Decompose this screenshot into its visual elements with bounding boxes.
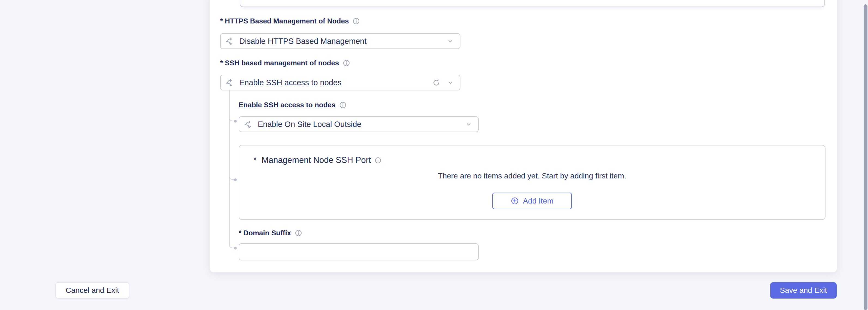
info-icon[interactable]	[294, 229, 302, 237]
tree-dot	[234, 247, 237, 250]
tree-elbow	[229, 115, 235, 121]
domain-suffix-input[interactable]	[239, 243, 479, 260]
save-and-exit-button[interactable]: Save and Exit	[770, 282, 837, 299]
management-ssh-port-title: * Management Node SSH Port	[253, 155, 382, 165]
cancel-and-exit-button[interactable]: Cancel and Exit	[55, 282, 129, 299]
info-icon[interactable]	[339, 101, 347, 109]
vertical-scrollbar-thumb[interactable]	[864, 4, 867, 310]
ssh-access-label: Enable SSH access to nodes	[239, 101, 347, 109]
tree-elbow	[229, 173, 235, 180]
chevron-down-icon	[447, 38, 454, 45]
ssh-access-value: Enable On Site Local Outside	[258, 120, 361, 129]
app-root: * HTTPS Based Management of Nodes Disabl…	[0, 0, 868, 310]
form-content-panel: * HTTPS Based Management of Nodes Disabl…	[210, 0, 837, 272]
https-management-label: * HTTPS Based Management of Nodes	[220, 17, 360, 25]
ssh-access-dropdown[interactable]: Enable On Site Local Outside	[239, 116, 479, 132]
required-marker: *	[253, 155, 257, 165]
branch-split-icon	[225, 36, 234, 46]
tree-connector-line	[229, 90, 230, 245]
https-management-value: Disable HTTPS Based Management	[239, 37, 366, 46]
ssh-management-value: Enable SSH access to nodes	[239, 78, 342, 87]
https-management-dropdown[interactable]: Disable HTTPS Based Management	[220, 33, 460, 49]
domain-suffix-label: * Domain Suffix	[239, 229, 302, 237]
refresh-icon[interactable]	[432, 79, 440, 87]
info-icon[interactable]	[342, 59, 350, 67]
top-partial-field[interactable]	[240, 0, 825, 7]
tree-dot	[234, 120, 237, 123]
management-ssh-port-card: * Management Node SSH Port There are no …	[239, 145, 826, 220]
branch-split-icon	[225, 78, 234, 87]
plus-circle-icon	[510, 197, 519, 205]
info-icon[interactable]	[374, 157, 382, 164]
branch-split-icon	[244, 120, 253, 129]
tree-dot	[234, 179, 237, 181]
chevron-down-icon	[465, 121, 472, 128]
add-item-button[interactable]: Add Item	[492, 193, 572, 209]
chevron-down-icon	[447, 79, 454, 86]
info-icon[interactable]	[352, 17, 360, 25]
empty-list-message: There are no items added yet. Start by a…	[239, 172, 825, 180]
add-item-label: Add Item	[523, 197, 553, 206]
ssh-management-label: * SSH based management of nodes	[220, 59, 350, 67]
ssh-management-dropdown[interactable]: Enable SSH access to nodes	[220, 75, 460, 90]
tree-elbow	[229, 242, 235, 248]
